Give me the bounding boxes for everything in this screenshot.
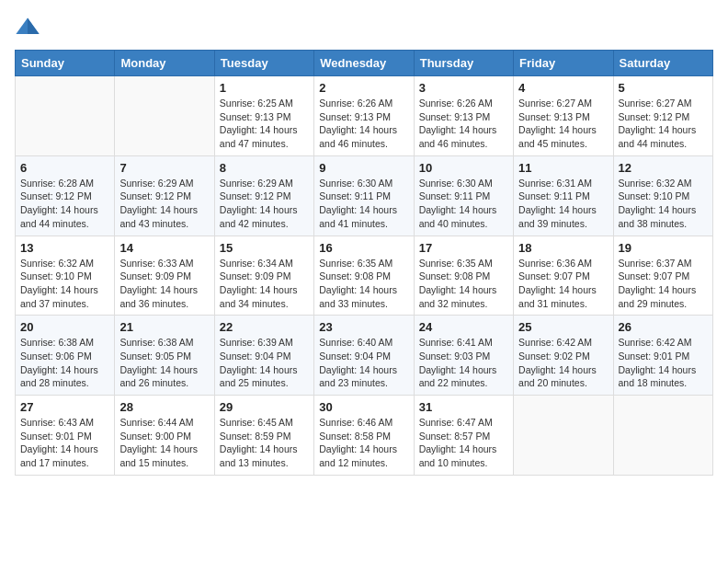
day-of-week-header: Friday bbox=[514, 51, 613, 76]
calendar-cell: 2Sunrise: 6:26 AM Sunset: 9:13 PM Daylig… bbox=[314, 76, 414, 156]
day-number: 2 bbox=[319, 81, 408, 95]
day-number: 31 bbox=[419, 400, 508, 414]
page-header bbox=[15, 15, 713, 40]
day-number: 9 bbox=[319, 161, 408, 175]
calendar-cell: 25Sunrise: 6:42 AM Sunset: 9:02 PM Dayli… bbox=[514, 316, 613, 396]
day-number: 25 bbox=[518, 320, 608, 334]
day-number: 27 bbox=[20, 400, 109, 414]
calendar-cell: 31Sunrise: 6:47 AM Sunset: 8:57 PM Dayli… bbox=[414, 396, 513, 476]
day-info: Sunrise: 6:35 AM Sunset: 9:08 PM Dayligh… bbox=[419, 257, 508, 311]
day-number: 1 bbox=[220, 81, 309, 95]
calendar-cell: 27Sunrise: 6:43 AM Sunset: 9:01 PM Dayli… bbox=[16, 396, 115, 476]
calendar-table: SundayMondayTuesdayWednesdayThursdayFrid… bbox=[15, 50, 713, 476]
day-number: 28 bbox=[119, 400, 209, 414]
svg-marker-1 bbox=[28, 18, 40, 35]
calendar-header: SundayMondayTuesdayWednesdayThursdayFrid… bbox=[16, 51, 713, 76]
day-info: Sunrise: 6:37 AM Sunset: 9:07 PM Dayligh… bbox=[619, 257, 708, 311]
logo bbox=[15, 15, 44, 40]
calendar-cell: 30Sunrise: 6:46 AM Sunset: 8:58 PM Dayli… bbox=[314, 396, 414, 476]
day-info: Sunrise: 6:39 AM Sunset: 9:04 PM Dayligh… bbox=[220, 336, 309, 390]
calendar-cell: 19Sunrise: 6:37 AM Sunset: 9:07 PM Dayli… bbox=[613, 236, 712, 316]
day-number: 11 bbox=[518, 161, 608, 175]
day-info: Sunrise: 6:38 AM Sunset: 9:06 PM Dayligh… bbox=[20, 336, 109, 390]
day-info: Sunrise: 6:28 AM Sunset: 9:12 PM Dayligh… bbox=[20, 177, 109, 231]
day-number: 23 bbox=[319, 320, 408, 334]
day-info: Sunrise: 6:26 AM Sunset: 9:13 PM Dayligh… bbox=[419, 97, 508, 151]
day-number: 20 bbox=[20, 320, 109, 334]
day-info: Sunrise: 6:32 AM Sunset: 9:10 PM Dayligh… bbox=[20, 257, 109, 311]
calendar-cell: 26Sunrise: 6:42 AM Sunset: 9:01 PM Dayli… bbox=[613, 316, 712, 396]
day-info: Sunrise: 6:29 AM Sunset: 9:12 PM Dayligh… bbox=[119, 177, 209, 231]
day-info: Sunrise: 6:32 AM Sunset: 9:10 PM Dayligh… bbox=[619, 177, 708, 231]
logo-icon bbox=[15, 15, 40, 40]
calendar-cell: 4Sunrise: 6:27 AM Sunset: 9:13 PM Daylig… bbox=[514, 76, 613, 156]
calendar-week-row: 6Sunrise: 6:28 AM Sunset: 9:12 PM Daylig… bbox=[16, 155, 713, 236]
calendar-body: 1Sunrise: 6:25 AM Sunset: 9:13 PM Daylig… bbox=[16, 76, 713, 476]
calendar-cell: 24Sunrise: 6:41 AM Sunset: 9:03 PM Dayli… bbox=[414, 316, 513, 396]
day-info: Sunrise: 6:33 AM Sunset: 9:09 PM Dayligh… bbox=[119, 257, 209, 311]
calendar-cell: 17Sunrise: 6:35 AM Sunset: 9:08 PM Dayli… bbox=[414, 236, 513, 316]
calendar-cell bbox=[16, 76, 115, 156]
day-number: 6 bbox=[20, 161, 109, 175]
day-number: 14 bbox=[119, 241, 209, 255]
day-info: Sunrise: 6:27 AM Sunset: 9:12 PM Dayligh… bbox=[619, 97, 708, 151]
day-info: Sunrise: 6:38 AM Sunset: 9:05 PM Dayligh… bbox=[119, 336, 209, 390]
day-info: Sunrise: 6:47 AM Sunset: 8:57 PM Dayligh… bbox=[419, 416, 508, 470]
day-number: 8 bbox=[220, 161, 309, 175]
days-of-week-row: SundayMondayTuesdayWednesdayThursdayFrid… bbox=[16, 51, 713, 76]
calendar-cell: 5Sunrise: 6:27 AM Sunset: 9:12 PM Daylig… bbox=[613, 76, 712, 156]
day-info: Sunrise: 6:42 AM Sunset: 9:01 PM Dayligh… bbox=[619, 336, 708, 390]
day-info: Sunrise: 6:26 AM Sunset: 9:13 PM Dayligh… bbox=[319, 97, 408, 151]
day-of-week-header: Monday bbox=[115, 51, 214, 76]
day-info: Sunrise: 6:25 AM Sunset: 9:13 PM Dayligh… bbox=[220, 97, 309, 151]
day-number: 13 bbox=[20, 241, 109, 255]
calendar-cell: 14Sunrise: 6:33 AM Sunset: 9:09 PM Dayli… bbox=[115, 236, 214, 316]
calendar-week-row: 1Sunrise: 6:25 AM Sunset: 9:13 PM Daylig… bbox=[16, 76, 713, 156]
calendar-cell: 13Sunrise: 6:32 AM Sunset: 9:10 PM Dayli… bbox=[16, 236, 115, 316]
day-info: Sunrise: 6:30 AM Sunset: 9:11 PM Dayligh… bbox=[319, 177, 408, 231]
day-number: 12 bbox=[619, 161, 708, 175]
day-info: Sunrise: 6:41 AM Sunset: 9:03 PM Dayligh… bbox=[419, 336, 508, 390]
calendar-cell: 22Sunrise: 6:39 AM Sunset: 9:04 PM Dayli… bbox=[214, 316, 313, 396]
day-info: Sunrise: 6:34 AM Sunset: 9:09 PM Dayligh… bbox=[220, 257, 309, 311]
day-info: Sunrise: 6:42 AM Sunset: 9:02 PM Dayligh… bbox=[518, 336, 608, 390]
calendar-week-row: 27Sunrise: 6:43 AM Sunset: 9:01 PM Dayli… bbox=[16, 396, 713, 476]
day-info: Sunrise: 6:40 AM Sunset: 9:04 PM Dayligh… bbox=[319, 336, 408, 390]
day-info: Sunrise: 6:27 AM Sunset: 9:13 PM Dayligh… bbox=[518, 97, 608, 151]
calendar-cell bbox=[115, 76, 214, 156]
day-number: 30 bbox=[319, 400, 408, 414]
day-of-week-header: Thursday bbox=[414, 51, 513, 76]
calendar-cell: 8Sunrise: 6:29 AM Sunset: 9:12 PM Daylig… bbox=[214, 155, 313, 236]
calendar-cell: 18Sunrise: 6:36 AM Sunset: 9:07 PM Dayli… bbox=[514, 236, 613, 316]
day-info: Sunrise: 6:36 AM Sunset: 9:07 PM Dayligh… bbox=[518, 257, 608, 311]
day-info: Sunrise: 6:31 AM Sunset: 9:11 PM Dayligh… bbox=[518, 177, 608, 231]
calendar-cell bbox=[514, 396, 613, 476]
day-info: Sunrise: 6:44 AM Sunset: 9:00 PM Dayligh… bbox=[119, 416, 209, 470]
calendar-cell bbox=[613, 396, 712, 476]
day-of-week-header: Wednesday bbox=[314, 51, 414, 76]
day-of-week-header: Tuesday bbox=[214, 51, 313, 76]
day-number: 18 bbox=[518, 241, 608, 255]
day-number: 4 bbox=[518, 81, 608, 95]
calendar-week-row: 20Sunrise: 6:38 AM Sunset: 9:06 PM Dayli… bbox=[16, 316, 713, 396]
calendar-cell: 20Sunrise: 6:38 AM Sunset: 9:06 PM Dayli… bbox=[16, 316, 115, 396]
calendar-cell: 15Sunrise: 6:34 AM Sunset: 9:09 PM Dayli… bbox=[214, 236, 313, 316]
calendar-cell: 12Sunrise: 6:32 AM Sunset: 9:10 PM Dayli… bbox=[613, 155, 712, 236]
day-number: 7 bbox=[119, 161, 209, 175]
calendar-cell: 1Sunrise: 6:25 AM Sunset: 9:13 PM Daylig… bbox=[214, 76, 313, 156]
day-number: 5 bbox=[619, 81, 708, 95]
day-of-week-header: Saturday bbox=[613, 51, 712, 76]
calendar-cell: 11Sunrise: 6:31 AM Sunset: 9:11 PM Dayli… bbox=[514, 155, 613, 236]
calendar-cell: 21Sunrise: 6:38 AM Sunset: 9:05 PM Dayli… bbox=[115, 316, 214, 396]
day-info: Sunrise: 6:46 AM Sunset: 8:58 PM Dayligh… bbox=[319, 416, 408, 470]
calendar-cell: 7Sunrise: 6:29 AM Sunset: 9:12 PM Daylig… bbox=[115, 155, 214, 236]
calendar-cell: 29Sunrise: 6:45 AM Sunset: 8:59 PM Dayli… bbox=[214, 396, 313, 476]
calendar-cell: 16Sunrise: 6:35 AM Sunset: 9:08 PM Dayli… bbox=[314, 236, 414, 316]
day-number: 17 bbox=[419, 241, 508, 255]
day-number: 16 bbox=[319, 241, 408, 255]
day-info: Sunrise: 6:30 AM Sunset: 9:11 PM Dayligh… bbox=[419, 177, 508, 231]
calendar-cell: 6Sunrise: 6:28 AM Sunset: 9:12 PM Daylig… bbox=[16, 155, 115, 236]
day-number: 24 bbox=[419, 320, 508, 334]
day-number: 19 bbox=[619, 241, 708, 255]
calendar-cell: 28Sunrise: 6:44 AM Sunset: 9:00 PM Dayli… bbox=[115, 396, 214, 476]
